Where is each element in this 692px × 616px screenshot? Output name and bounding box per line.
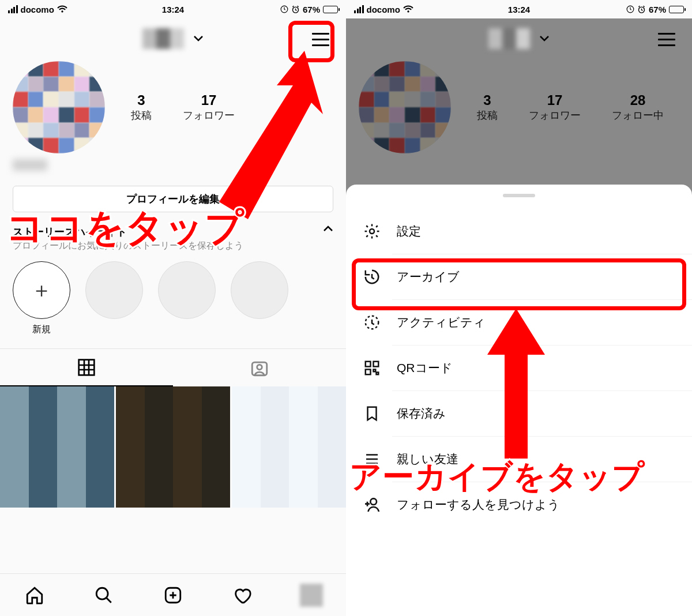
annotation-text-tap-here: ココをタップ xyxy=(6,202,245,254)
posts-label: 投稿 xyxy=(131,108,152,122)
battery-icon xyxy=(669,6,684,13)
svg-marker-16 xyxy=(487,309,545,459)
svg-rect-2 xyxy=(79,359,95,375)
screenshot-right: docomo 13:24 67% xyxy=(346,0,692,616)
status-bar: docomo 13:24 67% xyxy=(0,0,346,18)
rotation-lock-icon xyxy=(280,5,288,13)
annotation-text-tap-archive: アーカイブをタップ xyxy=(349,456,645,498)
nav-search[interactable] xyxy=(69,574,138,616)
menu-saved-label: 保存済み xyxy=(397,405,446,422)
screenshot-left: docomo 13:24 67% xyxy=(0,0,346,616)
profile-avatar[interactable] xyxy=(13,61,105,153)
gear-icon xyxy=(362,221,382,241)
heart-icon xyxy=(232,585,252,605)
wifi-icon xyxy=(57,5,67,13)
highlight-new[interactable]: ＋ 新規 xyxy=(13,261,70,336)
home-icon xyxy=(25,585,44,605)
rotation-lock-icon xyxy=(626,5,634,13)
bookmark-icon xyxy=(362,404,382,423)
activity-icon xyxy=(362,313,382,332)
status-bar: docomo 13:24 67% xyxy=(346,0,692,18)
create-icon xyxy=(163,585,183,605)
svg-rect-13 xyxy=(374,362,379,367)
posts-count: 3 xyxy=(131,92,152,108)
posts-grid xyxy=(0,386,346,508)
posts-stat[interactable]: 3 投稿 xyxy=(131,92,152,122)
menu-qrcode-label: QRコード xyxy=(397,360,453,376)
battery-icon xyxy=(323,6,338,13)
svg-rect-12 xyxy=(366,362,371,367)
annotation-box-archive xyxy=(352,258,686,310)
battery-pct: 67% xyxy=(303,5,320,14)
nav-profile[interactable] xyxy=(277,574,346,616)
post-thumbnail[interactable] xyxy=(0,386,114,508)
svg-point-10 xyxy=(370,229,374,234)
search-icon xyxy=(94,585,114,605)
menu-discover-label: フォローする人を見つけよう xyxy=(397,497,560,513)
story-highlights-row: ＋ 新規 xyxy=(0,261,346,348)
menu-settings[interactable]: 設定 xyxy=(346,209,692,254)
signal-icon xyxy=(8,5,18,13)
nav-home[interactable] xyxy=(0,574,69,616)
bottom-nav xyxy=(0,573,346,616)
clock: 13:24 xyxy=(162,5,184,14)
tagged-icon xyxy=(250,358,269,378)
svg-rect-14 xyxy=(366,370,371,375)
wifi-icon xyxy=(403,5,413,13)
alarm-icon xyxy=(637,5,646,14)
nav-activity[interactable] xyxy=(208,574,277,616)
profile-header xyxy=(346,18,692,59)
carrier-label: docomo xyxy=(21,5,54,14)
menu-settings-label: 設定 xyxy=(397,223,421,239)
annotation-arrow-right xyxy=(484,309,548,459)
svg-point-4 xyxy=(257,365,262,370)
highlight-new-label: 新規 xyxy=(13,324,70,336)
qrcode-icon xyxy=(362,358,382,378)
svg-point-15 xyxy=(370,498,377,505)
plus-icon: ＋ xyxy=(13,261,70,319)
grid-icon xyxy=(77,358,96,377)
signal-icon xyxy=(354,5,364,13)
profile-thumb xyxy=(300,584,323,607)
clock: 13:24 xyxy=(508,5,530,14)
svg-marker-7 xyxy=(219,51,323,219)
sheet-handle[interactable] xyxy=(503,194,535,197)
highlight-placeholder xyxy=(158,261,216,336)
profile-avatar[interactable] xyxy=(359,61,451,153)
post-thumbnail[interactable] xyxy=(232,386,346,508)
menu-activity-label: アクティビティ xyxy=(397,314,486,330)
stories-chevron-icon[interactable] xyxy=(323,225,333,239)
chevron-down-icon xyxy=(193,35,204,42)
annotation-arrow-left xyxy=(185,46,323,219)
nav-create[interactable] xyxy=(138,574,208,616)
username-blurred xyxy=(488,28,530,49)
username-blurred xyxy=(142,28,184,49)
hamburger-menu-button[interactable] xyxy=(654,27,679,52)
grid-tab[interactable] xyxy=(0,349,173,386)
carrier-label: docomo xyxy=(367,5,400,14)
posts-stat[interactable]: 3 投稿 xyxy=(477,92,498,122)
svg-point-5 xyxy=(96,588,108,599)
post-thumbnail[interactable] xyxy=(116,386,230,508)
highlight-placeholder xyxy=(231,261,288,336)
followers-stat[interactable]: 17 フォロワー xyxy=(529,92,581,122)
alarm-icon xyxy=(291,5,300,14)
tagged-tab[interactable] xyxy=(173,349,346,386)
battery-pct: 67% xyxy=(649,5,666,14)
username-dropdown[interactable] xyxy=(488,28,550,49)
chevron-down-icon xyxy=(539,35,550,42)
following-stat[interactable]: 28 フォロー中 xyxy=(612,92,664,122)
highlight-placeholder xyxy=(85,261,143,336)
